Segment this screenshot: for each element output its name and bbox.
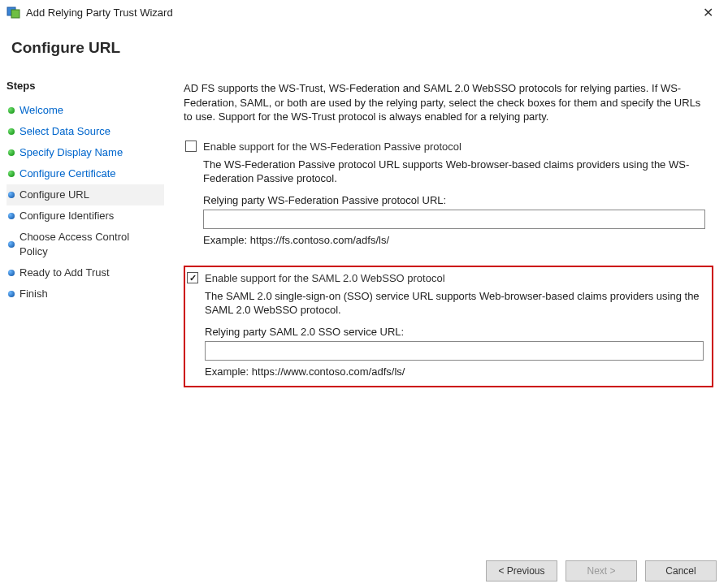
step-label: Choose Access Control Policy <box>20 230 159 259</box>
step-7[interactable]: Ready to Add Trust <box>6 262 164 283</box>
step-label: Configure Certificate <box>20 166 116 181</box>
saml-example: Example: https://www.contoso.com/adfs/ls… <box>187 365 708 378</box>
wsfed-section: Enable support for the WS-Federation Pas… <box>184 136 713 254</box>
intro-text: AD FS supports the WS-Trust, WS-Federati… <box>184 81 708 124</box>
step-5[interactable]: Configure Identifiers <box>6 205 164 227</box>
step-bullet-icon <box>8 128 15 135</box>
step-4[interactable]: Configure URL <box>6 184 164 205</box>
wsfed-url-label: Relying party WS-Federation Passive prot… <box>185 194 710 206</box>
steps-heading: Steps <box>6 76 164 97</box>
step-bullet-icon <box>8 241 15 248</box>
cancel-button[interactable]: Cancel <box>645 560 717 582</box>
previous-button[interactable]: < Previous <box>486 560 557 582</box>
wsfed-checkbox-label: Enable support for the WS-Federation Pas… <box>203 141 462 153</box>
step-8[interactable]: Finish <box>6 283 164 305</box>
wsfed-url-input[interactable] <box>203 210 705 229</box>
step-3[interactable]: Configure Certificate <box>6 163 164 184</box>
saml-url-input[interactable] <box>205 341 704 361</box>
saml-description: The SAML 2.0 single-sign-on (SSO) servic… <box>187 289 708 318</box>
window-titlebar: Add Relying Party Trust Wizard ✕ <box>0 0 728 24</box>
step-label: Configure Identifiers <box>20 209 114 223</box>
wizard-footer: < Previous Next > Cancel <box>486 560 717 582</box>
saml-url-label: Relying party SAML 2.0 SSO service URL: <box>187 326 708 338</box>
close-icon[interactable]: ✕ <box>695 5 722 20</box>
steps-sidebar: Steps WelcomeSelect Data SourceSpecify D… <box>0 76 164 555</box>
step-bullet-icon <box>8 149 15 156</box>
saml-section: Enable support for the SAML 2.0 WebSSO p… <box>184 266 713 387</box>
page-title: Configure URL <box>0 24 728 76</box>
step-2[interactable]: Specify Display Name <box>6 142 164 163</box>
saml-checkbox[interactable] <box>187 272 198 283</box>
saml-checkbox-label: Enable support for the SAML 2.0 WebSSO p… <box>205 272 445 284</box>
step-label: Welcome <box>20 103 63 118</box>
step-bullet-icon <box>8 213 15 219</box>
step-1[interactable]: Select Data Source <box>6 121 164 142</box>
step-label: Select Data Source <box>20 124 110 139</box>
wsfed-example: Example: https://fs.contoso.com/adfs/ls/ <box>185 234 710 246</box>
step-bullet-icon <box>8 270 15 276</box>
step-0[interactable]: Welcome <box>6 100 164 121</box>
step-label: Ready to Add Trust <box>20 266 110 280</box>
wsfed-checkbox[interactable] <box>185 141 197 152</box>
step-label: Specify Display Name <box>20 145 123 160</box>
step-6[interactable]: Choose Access Control Policy <box>6 227 164 262</box>
step-bullet-icon <box>8 291 15 297</box>
step-label: Configure URL <box>20 188 89 202</box>
step-bullet-icon <box>8 192 15 198</box>
step-label: Finish <box>20 287 48 301</box>
window-title: Add Relying Party Trust Wizard <box>26 6 695 19</box>
next-button[interactable]: Next > <box>566 560 637 582</box>
wizard-icon <box>6 5 21 19</box>
wsfed-description: The WS-Federation Passive protocol URL s… <box>185 158 710 186</box>
main-content: AD FS supports the WS-Trust, WS-Federati… <box>164 76 728 555</box>
step-bullet-icon <box>8 107 15 114</box>
step-bullet-icon <box>8 171 15 177</box>
svg-rect-1 <box>11 10 20 18</box>
